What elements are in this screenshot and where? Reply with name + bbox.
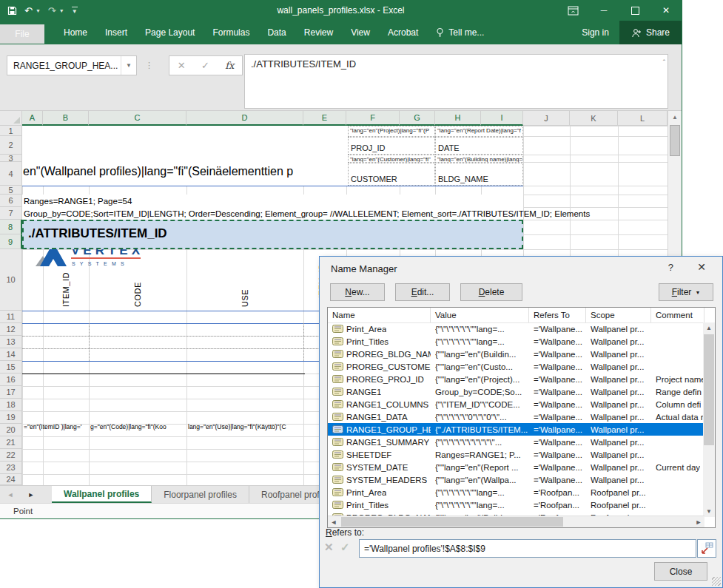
cell-A11[interactable]: ="en"(ItemID )|lang=' [24,423,89,430]
column-header-B[interactable]: B [43,111,89,126]
name-row-proreg-customer[interactable]: PROREG_CUSTOMER{""lang="en"(Custo...='Wa… [328,360,704,373]
sheet-tab-wallpanel-profiles[interactable]: Wallpanel profiles [52,486,152,503]
dialog-scroll-left-icon[interactable]: ◄ [328,516,340,527]
list-column-header-value[interactable]: Value [431,308,529,322]
dialog-scroll-down-icon[interactable]: ▼ [703,506,715,517]
scroll-up-icon[interactable]: ▲ [668,111,682,124]
name-row-range1-columns[interactable]: RANGE1_COLUMNS{"\"ITEM_ID"\"CODE...='Wal… [328,398,704,410]
dialog-scroll-right-icon[interactable]: ► [693,516,704,527]
rotated-header-item-id[interactable]: ITEM_ID [61,255,70,307]
collapse-formula-bar-icon[interactable]: ˆ [663,59,665,67]
row-header-4[interactable]: 4 [0,162,22,186]
save-icon[interactable] [7,6,17,16]
row-header-22[interactable]: 22 [0,449,22,462]
dialog-horizontal-scrollbar[interactable]: ◄ ► [328,516,704,527]
row-header-12[interactable]: 12 [0,323,22,336]
cell-F4[interactable]: CUSTOMER [348,163,435,186]
row-header-7[interactable]: 7 [0,207,22,220]
formula-bar-input[interactable]: ./ATTRIBUTES/ITEM_ID [244,54,668,109]
name-box-dropdown-icon[interactable]: ▼ [121,56,136,75]
rotated-header-use[interactable]: USE [241,255,249,307]
customize-qat-icon[interactable]: ▼ [72,7,78,15]
row-header-5[interactable]: 5 [0,186,22,195]
redo-dropdown-icon[interactable]: ▼ [59,8,64,13]
column-header-E[interactable]: E [303,111,346,126]
name-row-range1-group-hea-[interactable]: RANGE1_GROUP_HEA...{"./ATTRIBUTES/ITEM..… [328,423,704,436]
tell-me-box[interactable]: Tell me... [427,27,493,38]
cell-F2[interactable]: PROJ_ID [348,137,435,155]
row-header-11[interactable]: 11 [0,311,22,323]
column-header-A[interactable]: A [22,111,43,126]
column-header-F[interactable]: F [346,111,400,126]
cell-H4[interactable]: BLDG_NAME [435,163,523,186]
name-row-print-area[interactable]: Print_Area{"\"\"\"\"\"\""lang=...='Wallp… [328,322,704,335]
dialog-close-icon[interactable]: ✕ [697,261,706,273]
dialog-titlebar[interactable]: Name Manager ? ✕ [320,257,722,280]
filter-button[interactable]: Filter ▼ [659,283,713,301]
name-row-proreg-bldg-name[interactable]: PROREG_BLDG_NAME{""lang="en"(Buildin...=… [328,348,704,360]
new-button[interactable]: New... [330,283,385,301]
row-header-18[interactable]: 18 [0,399,22,411]
name-row-print-titles[interactable]: Print_Titles{"\"\"\"\"\"\""lang=...='Roo… [328,499,704,511]
cell-C11[interactable]: g="en"(Code)|lang="fi"(Koo [90,423,186,430]
row-header-21[interactable]: 21 [0,436,22,449]
cell-H3[interactable]: "lang="en"(Building name)|lang=" [435,155,523,163]
maximize-button[interactable] [619,0,650,21]
ribbon-tab-page-layout[interactable]: Page Layout [136,21,204,44]
row-header-1[interactable]: 1 [0,126,22,136]
name-row-print-area[interactable]: Print_Area{"\"\"\"\"\"\""lang=...='Roofp… [328,486,704,499]
name-row-system-date[interactable]: SYSTEM_DATE{""lang="en"(Report ...='Wall… [328,461,704,473]
scrollbar-thumb[interactable] [670,125,680,156]
ribbon-tab-acrobat[interactable]: Acrobat [379,21,427,44]
row-header-15[interactable]: 15 [0,361,22,374]
list-column-header-scope[interactable]: Scope [586,308,651,322]
cell-A7[interactable]: Group_by=CODE;Sort=ITEM_ID|LENGTH; Order… [24,209,667,218]
column-header-J[interactable]: J [523,111,570,126]
refers-to-input[interactable]: ='Wallpanel profiles'!$A$8:$I$9 [359,539,696,558]
sheet-nav-prev-icon[interactable]: ◄ [0,486,21,503]
ribbon-display-options-icon[interactable] [557,0,588,21]
ribbon-tab-formulas[interactable]: Formulas [204,21,258,44]
resize-grip[interactable] [712,577,721,586]
edit-button[interactable]: Edit... [395,283,450,301]
row-header-24[interactable]: 24 [0,474,22,485]
names-list[interactable]: NameValueRefers ToScopeComment Print_Are… [327,307,716,528]
cancel-entry-icon[interactable]: ✕ [178,60,186,71]
cell-D11[interactable]: lang="en"(Use)|lang="fi"(Käyttö)"(C [188,423,306,430]
row-header-3[interactable]: 3 [0,155,22,162]
column-header-G[interactable]: G [400,111,435,126]
selected-range[interactable]: ./ATTRIBUTES/ITEM_ID [22,220,523,249]
column-header-D[interactable]: D [186,111,303,126]
sign-in-link[interactable]: Sign in [571,27,619,38]
sheet-nav-next-icon[interactable]: ► [21,486,41,503]
cell-F1[interactable]: "lang="en"(Project)|lang="fi"(P [348,126,435,137]
column-header-L[interactable]: L [618,111,667,126]
column-header-K[interactable]: K [570,111,618,126]
range-selector-button[interactable] [697,539,716,558]
insert-function-icon[interactable]: fx [225,60,234,71]
row-header-16[interactable]: 16 [0,374,22,386]
delete-button[interactable]: Delete [460,283,522,301]
ribbon-tab-data[interactable]: Data [258,21,295,44]
undo-dropdown-icon[interactable]: ▼ [36,8,41,13]
name-row-sheetdef[interactable]: SHEETDEFRanges=RANGE1; P...='Wallpane...… [328,448,704,461]
row-header-8[interactable]: 8 [0,220,22,234]
dialog-scroll-up-icon[interactable]: ▲ [703,322,715,334]
row-header-2[interactable]: 2 [0,136,22,155]
column-header-C[interactable]: C [89,111,186,126]
row-header-9[interactable]: 9 [0,234,22,249]
select-all-corner[interactable] [0,111,22,126]
ribbon-tab-view[interactable]: View [342,21,379,44]
row-header-23[interactable]: 23 [0,462,22,474]
dialog-hscroll-thumb[interactable] [341,517,563,527]
row-header-14[interactable]: 14 [0,348,22,361]
cell-A6[interactable]: Ranges=RANGE1; Page=54 [24,197,132,206]
cell-H2[interactable]: DATE [435,137,523,155]
list-column-header-refers-to[interactable]: Refers To [529,308,586,322]
name-row-range1-data[interactable]: RANGE1_DATA{"\"\"\"\"\"0"\"\"0"\"...='Wa… [328,410,704,423]
rotated-header-code[interactable]: CODE [133,255,142,307]
ribbon-tab-insert[interactable]: Insert [96,21,136,44]
sheet-title-cell[interactable]: en"(Wallpanel profiles)|lang="fi"(Seinäe… [23,165,347,184]
ribbon-tab-file[interactable]: File [0,24,44,44]
sheet-tab-floorpanel-profiles[interactable]: Floorpanel profiles [152,486,249,503]
